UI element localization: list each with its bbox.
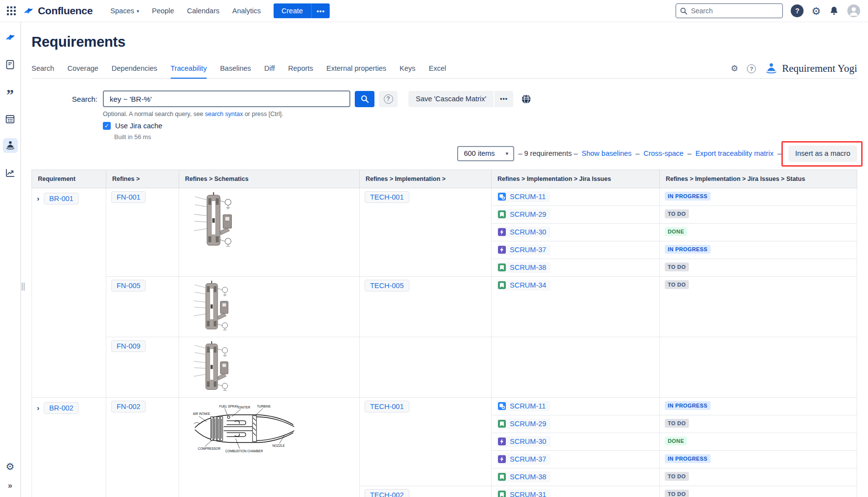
status-cell: TO DO: [660, 415, 857, 433]
requirement-chip[interactable]: FN-009: [111, 340, 146, 352]
jira-issue-link[interactable]: SCRUM-11: [510, 193, 546, 201]
confluence-logo[interactable]: Confluence: [23, 5, 93, 17]
user-avatar[interactable]: [847, 4, 860, 17]
insert-as-macro-button[interactable]: Insert as a macro: [788, 146, 857, 162]
jira-issue-link[interactable]: SCRUM-38: [510, 473, 546, 481]
create-more-button[interactable]: •••: [311, 3, 330, 18]
global-search-input[interactable]: [691, 7, 770, 15]
requirement-cell: ›BR-001: [32, 188, 106, 398]
confluence-mark-icon: [4, 31, 16, 43]
tab-external-properties[interactable]: External properties: [326, 64, 386, 79]
save-matrix-button[interactable]: Save 'Cascade Matrix': [408, 91, 494, 107]
show-baselines-link[interactable]: Show baselines: [582, 149, 632, 157]
schematic-cell: [179, 188, 360, 277]
jira-issue-cell: SCRUM-30: [492, 433, 660, 451]
jira-issue-link[interactable]: SCRUM-30: [510, 438, 546, 445]
sidebar-settings-icon[interactable]: ⚙: [6, 461, 15, 472]
tab-baselines[interactable]: Baselines: [220, 64, 251, 79]
expand-chevron-icon[interactable]: ›: [37, 194, 39, 203]
sidebar-quotes-icon[interactable]: ”: [3, 84, 18, 99]
search-syntax-link[interactable]: search syntax: [205, 111, 243, 117]
jira-issue-link[interactable]: SCRUM-37: [510, 455, 546, 463]
tab-keys[interactable]: Keys: [400, 64, 415, 79]
svg-text:COMBUSTION CHAMBER: COMBUSTION CHAMBER: [225, 449, 263, 453]
module-help-icon[interactable]: ?: [747, 64, 756, 73]
jira-story-icon: [498, 210, 506, 218]
grid-icon: [7, 6, 16, 15]
confluence-wordmark: Confluence: [38, 5, 93, 17]
tab-excel[interactable]: Excel: [429, 64, 446, 79]
tab-traceability[interactable]: Traceability: [171, 64, 207, 79]
run-search-button[interactable]: [355, 91, 374, 107]
nav-people[interactable]: People: [152, 7, 174, 15]
app-switcher-icon[interactable]: [5, 4, 18, 17]
app-sidebar: ”: [0, 22, 21, 497]
tab-coverage[interactable]: Coverage: [67, 64, 98, 79]
jira-issue-link[interactable]: SCRUM-30: [510, 228, 546, 236]
save-more-button[interactable]: •••: [494, 91, 513, 107]
main-content: Requirements Search Coverage Dependencie…: [21, 22, 868, 497]
help-icon[interactable]: ?: [791, 4, 804, 17]
global-search-box[interactable]: [676, 3, 783, 18]
results-toolbar: 600 items ▾ – 9 requirements – Show base…: [31, 145, 857, 162]
notifications-bell-icon[interactable]: [829, 5, 839, 16]
nav-spaces[interactable]: Spaces ▾: [110, 7, 139, 15]
implementation-cell: TECH-005: [360, 277, 492, 337]
jira-issue-link[interactable]: SCRUM-38: [510, 263, 546, 271]
status-cell: IN PROGRESS: [660, 451, 857, 468]
module-settings-gear-icon[interactable]: ⚙: [731, 63, 738, 74]
jira-issue-link[interactable]: SCRUM-11: [510, 402, 546, 410]
sidebar-confluence-icon[interactable]: [3, 30, 18, 45]
requirement-chip[interactable]: BR-001: [44, 193, 79, 205]
jira-issue-link[interactable]: SCRUM-34: [510, 281, 546, 289]
requirement-chip[interactable]: TECH-005: [365, 280, 409, 292]
sidebar-calendar-icon[interactable]: [3, 111, 18, 126]
expand-chevron-icon[interactable]: ›: [37, 404, 39, 412]
export-matrix-link[interactable]: Export traceability matrix: [695, 149, 774, 157]
requirement-chip[interactable]: BR-002: [44, 402, 79, 414]
jira-issue-cell: SCRUM-11: [492, 188, 660, 206]
tab-diff[interactable]: Diff: [264, 64, 275, 79]
table-row: FN-009: [32, 337, 857, 398]
jira-issue-cell: SCRUM-38: [492, 259, 660, 277]
sidebar-notes-icon[interactable]: [3, 57, 18, 72]
panel-resize-handle[interactable]: [22, 283, 25, 291]
requirement-yogi-brand[interactable]: Requirement Yogi: [765, 62, 857, 75]
col-implementation: Refines > Implementation >: [360, 170, 492, 188]
jira-issue-cell: SCRUM-29: [492, 415, 660, 433]
create-button-group: Create •••: [266, 3, 330, 18]
jira-cache-checkbox[interactable]: ✓: [103, 122, 111, 130]
nav-calendars[interactable]: Calendars: [187, 7, 219, 15]
create-button[interactable]: Create: [274, 3, 311, 18]
cross-space-link[interactable]: Cross-space: [644, 149, 683, 157]
refines-cell: FN-002: [106, 398, 179, 497]
tab-reports[interactable]: Reports: [288, 64, 313, 79]
nav-analytics[interactable]: Analytics: [232, 7, 261, 15]
jira-issue-link[interactable]: SCRUM-29: [510, 420, 546, 428]
sidebar-expand-icon[interactable]: »: [8, 481, 12, 490]
sidebar-analytics-icon[interactable]: [3, 165, 18, 180]
tab-search[interactable]: Search: [31, 64, 54, 79]
requirement-chip[interactable]: FN-005: [111, 280, 146, 292]
sidebar-requirement-yogi-icon[interactable]: [3, 138, 18, 153]
query-help-button[interactable]: ?: [379, 91, 398, 107]
requirement-chip[interactable]: TECH-001: [365, 401, 409, 412]
calendar-icon: [5, 114, 15, 124]
jira-issue-link[interactable]: SCRUM-31: [510, 491, 546, 497]
jira-issue-link[interactable]: SCRUM-29: [510, 210, 546, 218]
query-input[interactable]: [103, 90, 350, 107]
status-badge: TO DO: [665, 490, 689, 497]
jet-engine-schematic-image: FUEL SPRAY IGNITER TURBINE AIR INTAKE CO…: [192, 402, 296, 457]
requirement-chip[interactable]: FN-002: [111, 401, 146, 412]
requirement-yogi-wordmark: Requirement Yogi: [782, 62, 857, 75]
requirement-chip[interactable]: TECH-002: [365, 489, 409, 497]
jira-issue-link[interactable]: SCRUM-37: [510, 246, 546, 254]
status-badge: DONE: [665, 437, 687, 445]
requirement-cell: ›BR-002: [32, 398, 106, 497]
tab-dependencies[interactable]: Dependencies: [112, 64, 157, 79]
settings-gear-icon[interactable]: ⚙: [811, 6, 821, 16]
visibility-globe-button[interactable]: [521, 94, 531, 104]
requirement-chip[interactable]: TECH-001: [365, 191, 409, 203]
items-per-page-select[interactable]: 600 items ▾: [457, 146, 514, 161]
requirement-chip[interactable]: FN-001: [111, 191, 146, 203]
